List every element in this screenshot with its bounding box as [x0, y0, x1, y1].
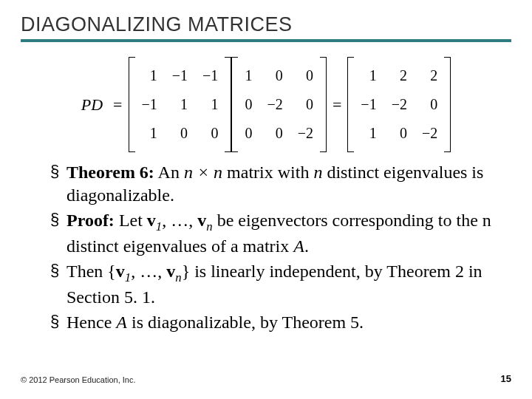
equals-sign-2: =: [332, 95, 341, 115]
bullet-proof: Proof: Let v1, …, vn be eigenvectors cor…: [50, 209, 511, 257]
equation: PD = 1−1−1 −111 100 100 0−20 00−2 = 122 …: [21, 58, 511, 151]
bullet-theorem: Theorem 6: An n × n matrix with n distin…: [50, 161, 511, 206]
matrix-D: 100 0−20 00−2: [231, 58, 327, 151]
bullet-hence: Hence A is diagonalizable, by Theorem 5.: [50, 311, 511, 334]
eq-lhs: PD: [81, 95, 103, 115]
slide-title: DIAGONALIZING MATRICES: [21, 13, 511, 36]
matrix-P: 1−1−1 −111 100: [129, 58, 232, 151]
bullet-independent: Then {v1, …, vn} is linearly independent…: [50, 260, 511, 308]
equals-sign: =: [113, 95, 122, 115]
matrix-result: 122 −1−20 10−2: [347, 58, 451, 151]
footer: © 2012 Pearson Education, Inc. 15: [21, 373, 511, 384]
copyright: © 2012 Pearson Education, Inc.: [21, 375, 135, 384]
bullet-list: Theorem 6: An n × n matrix with n distin…: [21, 161, 511, 334]
title-rule: [21, 39, 511, 42]
page-number: 15: [501, 373, 511, 384]
